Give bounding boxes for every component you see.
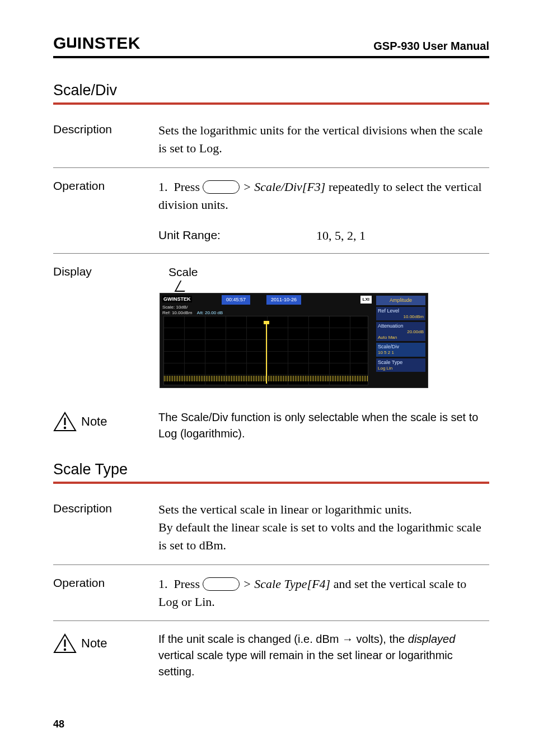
shot-brand: GWINSTEK — [162, 296, 192, 302]
scale-div-description-text: Sets the logarithmic units for the verti… — [158, 122, 489, 157]
note-word: Note — [81, 414, 107, 429]
shot-lxi-badge: LXI — [360, 296, 372, 304]
display-caption: Scale — [168, 264, 489, 281]
brand-g: G — [53, 34, 67, 53]
shot-date: 2011-10-26 — [266, 295, 301, 305]
shot-menu-attenuation: Attenuation 20.00dB Auto Man — [376, 322, 425, 341]
unit-range-label: Unit Range: — [158, 228, 316, 243]
shot-softkey-menu: Amplitude Ref Level 10.00dBm Attenuation… — [376, 296, 425, 372]
callout-line-icon — [177, 282, 489, 293]
shot-plot — [163, 316, 368, 385]
scale-div-note: Note The Scale/Div function is only sele… — [53, 409, 489, 442]
shot-sublabels: Scale: 10dB/ Ref: 10.00dBm Att: 20.00 dB — [162, 305, 223, 315]
shot-menu-reflevel: Ref Level 10.00dBm — [376, 307, 425, 320]
shot-menu-scaletype: Scale Type Log Lin — [376, 358, 425, 372]
page-header: G INSTEK GSP-930 User Manual — [53, 34, 489, 58]
page-number: 48 — [53, 718, 64, 730]
note-word-2: Note — [81, 636, 107, 651]
warning-icon — [53, 412, 77, 432]
scale-div-operation-row: Operation 1. Press > Scale/Div[F3] repea… — [53, 178, 489, 254]
shot-menu-scalediv: Scale/Div 10 5 2 1 — [376, 343, 425, 356]
device-screenshot: GWINSTEK 00:45:57 2011-10-26 Scale: 10dB… — [160, 293, 428, 388]
brand-u-icon — [67, 38, 76, 48]
step-number: 1. — [158, 180, 168, 194]
shot-time: 00:45:57 — [222, 295, 250, 305]
scale-type-operation-text: 1. Press > Scale Type[F4] and set the ve… — [158, 575, 489, 611]
note-label-1: Note — [53, 409, 158, 432]
softkey-scale-div: > Scale/Div[F3] — [243, 180, 325, 194]
scale-type-description-text: Sets the vertical scale in linear or log… — [158, 501, 489, 554]
scale-type-operation-row: Operation 1. Press > Scale Type[F4] and … — [53, 575, 489, 622]
unit-range-value: 10, 5, 2, 1 — [316, 228, 366, 243]
step-number-2: 1. — [158, 577, 168, 591]
label-operation: Operation — [53, 178, 158, 214]
svg-point-5 — [64, 648, 66, 651]
section-scale-type: Scale Type — [53, 461, 489, 484]
press-word-2: Press — [174, 577, 200, 591]
brand-instek: INSTEK — [77, 34, 140, 53]
shot-noise-icon — [164, 376, 368, 381]
note-text-1: The Scale/Div function is only selectabl… — [158, 409, 489, 442]
warning-icon-2 — [53, 633, 77, 654]
scale-type-note: Note If the unit scale is changed (i.e. … — [53, 631, 489, 680]
manual-title: GSP-930 User Manual — [373, 40, 489, 53]
label-operation-2: Operation — [53, 575, 158, 590]
label-display: Display — [53, 264, 158, 278]
shot-menu-head: Amplitude — [376, 296, 425, 305]
shot-peak-icon — [264, 321, 269, 384]
scale-div-description-row: Description Sets the logarithmic units f… — [53, 122, 489, 168]
label-description: Description — [53, 122, 158, 136]
note-text-2: If the unit scale is changed (i.e. dBm →… — [158, 631, 489, 680]
press-word: Press — [174, 180, 200, 194]
brand-logo: G INSTEK — [53, 34, 140, 53]
hardkey-amplitude-icon — [203, 180, 240, 194]
label-description-2: Description — [53, 501, 158, 515]
hardkey-amplitude-icon-2 — [203, 577, 240, 591]
svg-point-2 — [64, 427, 66, 429]
softkey-scale-type: > Scale Type[F4] — [243, 577, 330, 591]
scale-type-description-row: Description Sets the vertical scale in l… — [53, 501, 489, 565]
section-scale-div: Scale/Div — [53, 82, 489, 105]
display-content: Scale GWINSTEK 00:45:57 2011-10-26 Scale… — [158, 264, 489, 388]
scale-div-operation-text: 1. Press > Scale/Div[F3] repeatedly to s… — [158, 178, 489, 214]
note-label-2: Note — [53, 631, 158, 654]
scale-div-display-row: Display Scale GWINSTEK 00:45:57 2011-10-… — [53, 264, 489, 398]
